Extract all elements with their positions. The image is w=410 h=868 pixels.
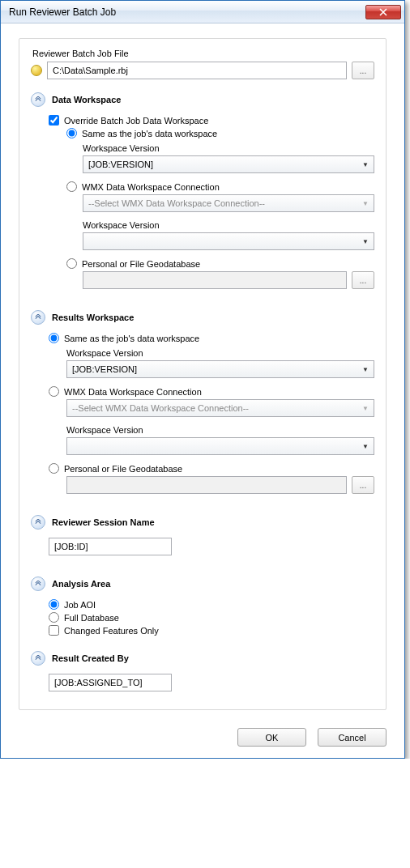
dw-same-version-select[interactable]: [JOB:VERSION] ▼ [83, 155, 374, 173]
data-workspace-collapse-button[interactable] [31, 92, 45, 107]
dw-same-radio[interactable] [66, 128, 77, 138]
dw-wmx-row: WMX Data Workspace Connection [31, 181, 374, 192]
batch-file-row: ... [31, 62, 374, 79]
session-name-input[interactable] [49, 538, 172, 555]
analysis-area-title: Analysis Area [52, 579, 110, 589]
dw-same-label: Same as the job's data workspace [82, 129, 217, 138]
session-name-header: Reviewer Session Name [31, 515, 374, 530]
dw-wmx-conn-select[interactable]: --Select WMX Data Workspace Connection--… [83, 194, 374, 212]
dialog-footer: OK Cancel [1, 720, 404, 758]
rw-wmx-conn-placeholder: --Select WMX Data Workspace Connection-- [72, 403, 249, 413]
aa-changed-checkbox[interactable] [49, 625, 59, 636]
analysis-area-header: Analysis Area [31, 577, 374, 591]
override-label: Override Batch Job Data Workspace [64, 116, 208, 126]
rw-same-row: Same as the job's data workspace [31, 333, 374, 343]
chevron-up-icon [35, 96, 41, 103]
rw-personal-radio[interactable] [49, 463, 59, 474]
chevron-down-icon: ▼ [362, 366, 369, 373]
aa-jobaoi-label: Job AOI [64, 600, 96, 610]
dw-same-row: Same as the job's data workspace [31, 128, 374, 138]
window-title: Run Reviewer Batch Job [9, 6, 365, 18]
dw-wmx-label: WMX Data Workspace Connection [82, 182, 220, 192]
chevron-down-icon: ▼ [362, 238, 369, 245]
rw-same-version-label: Workspace Version [66, 348, 374, 358]
rw-personal-browse-button[interactable]: ... [352, 476, 374, 494]
override-checkbox[interactable] [49, 115, 59, 126]
chevron-down-icon: ▼ [362, 200, 369, 207]
close-button[interactable] [365, 5, 401, 19]
aa-fulldb-label: Full Database [64, 613, 119, 623]
batch-file-label: Reviewer Batch Job File [32, 49, 374, 58]
rw-personal-path-input [66, 476, 347, 494]
chevron-down-icon: ▼ [362, 405, 369, 412]
aa-jobaoi-row: Job AOI [31, 599, 374, 610]
session-name-collapse-button[interactable] [31, 515, 45, 530]
aa-changed-row: Changed Features Only [31, 625, 374, 636]
aa-fulldb-row: Full Database [31, 612, 374, 623]
results-workspace-title: Results Workspace [52, 313, 134, 322]
titlebar[interactable]: Run Reviewer Batch Job [1, 1, 404, 23]
chevron-down-icon: ▼ [362, 443, 369, 450]
aa-changed-label: Changed Features Only [64, 626, 159, 636]
cancel-button[interactable]: Cancel [318, 728, 387, 747]
batch-file-icon [31, 65, 42, 76]
rw-same-label: Same as the job's data workspace [64, 334, 199, 343]
dw-wmx-radio[interactable] [66, 181, 77, 192]
dw-same-version-label: Workspace Version [83, 143, 374, 153]
dw-personal-label: Personal or File Geodatabase [82, 259, 200, 269]
chevron-down-icon: ▼ [362, 161, 369, 168]
dw-wmx-version-select[interactable]: ▼ [83, 232, 374, 250]
aa-jobaoi-radio[interactable] [49, 599, 59, 610]
override-row: Override Batch Job Data Workspace [31, 115, 374, 126]
rw-personal-row: Personal or File Geodatabase [31, 463, 374, 474]
results-workspace-header: Results Workspace [31, 310, 374, 325]
rw-wmx-row: WMX Data Workspace Connection [31, 386, 374, 397]
rw-wmx-radio[interactable] [49, 386, 59, 397]
inner-panel: Reviewer Batch Job File ... Data Workspa… [19, 38, 387, 710]
results-workspace-collapse-button[interactable] [31, 310, 45, 325]
rw-personal-label: Personal or File Geodatabase [64, 464, 182, 474]
data-workspace-title: Data Workspace [52, 95, 121, 104]
dw-same-version-value: [JOB:VERSION] [88, 160, 153, 169]
dw-personal-path-input [83, 271, 347, 289]
close-icon [379, 8, 387, 16]
result-created-header: Result Created By [31, 651, 374, 666]
dw-personal-browse-button[interactable]: ... [352, 271, 374, 289]
rw-same-radio[interactable] [49, 333, 59, 343]
data-workspace-header: Data Workspace [31, 92, 374, 107]
dw-personal-radio[interactable] [66, 258, 77, 269]
batch-file-browse-button[interactable]: ... [352, 62, 374, 79]
aa-fulldb-radio[interactable] [49, 612, 59, 623]
result-created-collapse-button[interactable] [31, 651, 45, 666]
chevron-up-icon [35, 655, 41, 662]
dw-personal-row: Personal or File Geodatabase [31, 258, 374, 269]
dialog-window: Run Reviewer Batch Job Reviewer Batch Jo… [0, 0, 405, 759]
dialog-content: Reviewer Batch Job File ... Data Workspa… [1, 23, 404, 720]
rw-wmx-version-select[interactable]: ▼ [66, 437, 374, 455]
rw-wmx-label: WMX Data Workspace Connection [64, 387, 202, 397]
dw-wmx-conn-placeholder: --Select WMX Data Workspace Connection-- [88, 198, 265, 208]
rw-same-version-select[interactable]: [JOB:VERSION] ▼ [66, 360, 374, 378]
ok-button[interactable]: OK [237, 728, 306, 747]
chevron-up-icon [35, 519, 41, 525]
result-created-title: Result Created By [52, 653, 129, 663]
rw-same-version-value: [JOB:VERSION] [72, 364, 137, 374]
analysis-area-collapse-button[interactable] [31, 577, 45, 591]
dw-wmx-version-label: Workspace Version [83, 220, 374, 230]
session-name-title: Reviewer Session Name [52, 517, 155, 527]
chevron-up-icon [35, 314, 41, 321]
rw-wmx-conn-select[interactable]: --Select WMX Data Workspace Connection--… [66, 399, 374, 417]
rw-wmx-version-label: Workspace Version [66, 425, 374, 435]
result-created-input[interactable] [49, 674, 172, 691]
batch-file-input[interactable] [47, 62, 347, 79]
chevron-up-icon [35, 581, 41, 587]
